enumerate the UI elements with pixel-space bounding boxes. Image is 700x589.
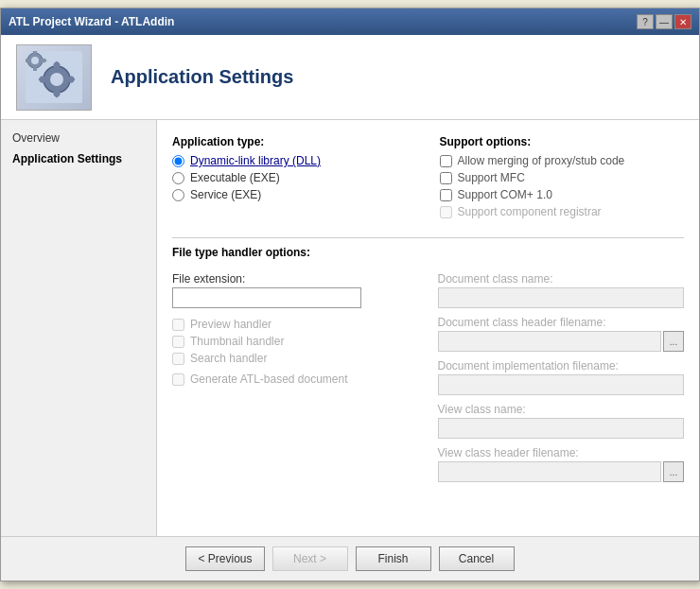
file-handler-right: Document class name: Document class head… — [438, 265, 685, 482]
sidebar-item-app-settings[interactable]: Application Settings — [1, 148, 156, 169]
window-title: ATL Project Wizard - ATLAddin — [9, 15, 174, 28]
file-handler-left: File extension: Preview handler Thumbnai… — [172, 265, 419, 482]
svg-point-2 — [31, 57, 39, 64]
checkbox-preview[interactable]: Preview handler — [172, 318, 419, 331]
app-type-title: Application type: — [172, 135, 417, 148]
doc-impl-label: Document implementation filename: — [438, 359, 685, 372]
doc-class-name-label: Document class name: — [438, 272, 685, 286]
file-checkboxes: Preview handler Thumbnail handler Search… — [172, 318, 419, 386]
file-handler-section: File type handler options: File extensio… — [172, 246, 684, 482]
file-handler-columns: File extension: Preview handler Thumbnai… — [172, 265, 684, 482]
checkbox-proxy[interactable]: Allow merging of proxy/stub code — [440, 154, 685, 167]
radio-dll[interactable]: Dynamic-link library (DLL) — [172, 154, 417, 167]
section-divider — [172, 237, 684, 238]
view-class-label: View class name: — [438, 403, 685, 416]
checkbox-registrar: Support component registrar — [440, 205, 685, 218]
page-title: Application Settings — [111, 66, 293, 88]
content-area: Overview Application Settings Applicatio… — [1, 120, 699, 536]
svg-rect-5 — [26, 59, 30, 62]
titlebar-controls: ? — ✕ — [637, 14, 691, 29]
file-ext-input[interactable] — [172, 287, 361, 308]
view-class-header-browse: ... — [663, 461, 684, 482]
checkbox-mfc[interactable]: Support MFC — [440, 171, 685, 184]
radio-exe[interactable]: Executable (EXE) — [172, 171, 417, 184]
doc-impl-input — [438, 374, 685, 395]
doc-class-header-field: ... — [438, 331, 685, 352]
file-ext-label: File extension: — [172, 272, 419, 286]
top-section: Application type: Dynamic-link library (… — [172, 135, 684, 222]
app-type-radio-group: Dynamic-link library (DLL) Executable (E… — [172, 154, 417, 201]
doc-class-header-input — [438, 331, 662, 352]
file-handler-title: File type handler options: — [172, 246, 684, 259]
view-class-input — [438, 418, 685, 439]
app-type-section: Application type: Dynamic-link library (… — [172, 135, 417, 222]
checkbox-complus[interactable]: Support COM+ 1.0 — [440, 188, 685, 201]
titlebar: ATL Project Wizard - ATLAddin ? — ✕ — [1, 9, 699, 35]
header-icon — [16, 44, 92, 111]
radio-service[interactable]: Service (EXE) — [172, 188, 417, 201]
header-area: Application Settings — [1, 35, 699, 120]
doc-class-name-input — [438, 287, 685, 308]
previous-button[interactable]: < Previous — [185, 546, 264, 571]
help-button[interactable]: ? — [637, 14, 654, 29]
footer: < Previous Next > Finish Cancel — [1, 536, 699, 580]
view-class-header-label: View class header filename: — [438, 446, 685, 459]
support-options-title: Support options: — [440, 135, 685, 148]
main-panel: Application type: Dynamic-link library (… — [157, 120, 699, 536]
svg-rect-4 — [33, 65, 37, 71]
sidebar-item-overview[interactable]: Overview — [1, 128, 156, 148]
support-options-section: Support options: Allow merging of proxy/… — [440, 135, 685, 222]
sidebar: Overview Application Settings — [1, 120, 157, 536]
minimize-button[interactable]: — — [656, 14, 673, 29]
finish-button[interactable]: Finish — [356, 546, 431, 571]
gears-icon — [26, 51, 82, 103]
next-button: Next > — [272, 546, 348, 571]
svg-point-10 — [50, 73, 63, 86]
close-button[interactable]: ✕ — [674, 14, 691, 29]
doc-class-header-label: Document class header filename: — [438, 316, 685, 329]
doc-class-header-browse: ... — [663, 331, 684, 352]
main-window: ATL Project Wizard - ATLAddin ? — ✕ — [0, 8, 700, 581]
cancel-button[interactable]: Cancel — [439, 546, 515, 571]
checkbox-atl-doc[interactable]: Generate ATL-based document — [172, 372, 419, 386]
checkbox-thumbnail[interactable]: Thumbnail handler — [172, 335, 419, 348]
checkbox-search[interactable]: Search handler — [172, 352, 419, 365]
view-class-header-input — [438, 461, 662, 482]
view-class-header-field: ... — [438, 461, 685, 482]
